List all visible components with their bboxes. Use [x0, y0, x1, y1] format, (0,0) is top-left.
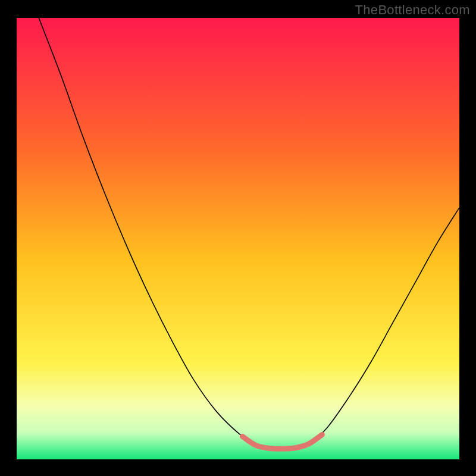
- bottleneck-chart: [17, 18, 459, 459]
- chart-background: [17, 18, 459, 459]
- chart-frame: TheBottleneck.com: [0, 0, 476, 476]
- watermark-text: TheBottleneck.com: [355, 2, 470, 18]
